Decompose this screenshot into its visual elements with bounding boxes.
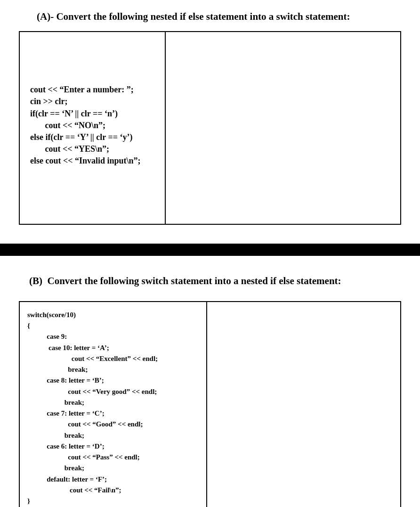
section-a-dash: -	[50, 11, 54, 22]
section-b-heading: (B) Convert the following switch stateme…	[29, 275, 401, 287]
section-a-label: (A)	[37, 11, 50, 22]
section-a-left-cell: cout << “Enter a number: ”; cin >> clr; …	[20, 32, 166, 223]
section-a-heading: (A)- Convert the following nested if els…	[37, 10, 420, 23]
section-b-label: (B)	[29, 275, 42, 286]
section-a-table: cout << “Enter a number: ”; cin >> clr; …	[19, 31, 401, 224]
section-a-code: cout << “Enter a number: ”; cin >> clr; …	[30, 84, 158, 167]
section-b-table: switch(score/10) { case 9: case 10: lett…	[19, 301, 401, 507]
section-a-title: Convert the following nested if else sta…	[56, 11, 350, 22]
section-b-code: switch(score/10) { case 9: case 10: lett…	[27, 310, 201, 507]
section-b-left-cell: switch(score/10) { case 9: case 10: lett…	[20, 302, 207, 507]
section-b-title: Convert the following switch statement i…	[48, 275, 341, 286]
page: (A)- Convert the following nested if els…	[0, 10, 420, 507]
section-b-right-cell	[207, 302, 400, 507]
divider-bar	[0, 244, 420, 256]
section-a-right-cell	[166, 32, 400, 223]
